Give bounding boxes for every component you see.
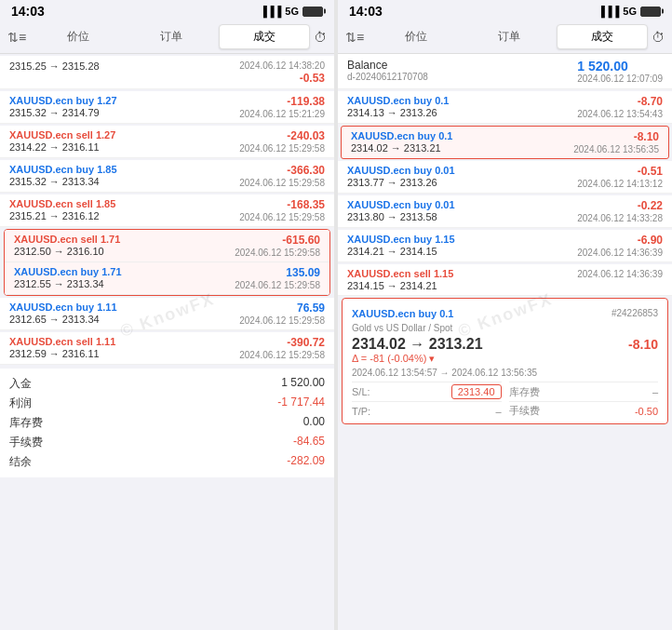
detail-trade-id: #24226853	[612, 308, 658, 318]
trade-symbol-3: XAUUSD.ecn buy 1.85	[9, 164, 239, 175]
trade-symbol-6: XAUUSD.ecn buy 1.71	[14, 266, 235, 277]
trade-item-6[interactable]: XAUUSD.ecn buy 1.71 2312.55 → 2313.34 13…	[5, 262, 329, 295]
trade-price-2: 2314.22 → 2316.11	[9, 141, 239, 153]
right-trade-symbol-1: XAUUSD.ecn buy 0.1	[351, 130, 573, 141]
trade-item-8[interactable]: XAUUSD.ecn sell 1.11 2312.59 → 2316.11 -…	[0, 332, 334, 365]
trade-pnl-5: -615.60	[235, 234, 320, 247]
trade-item-0[interactable]: 2315.25 → 2315.28 2024.06.12 14:38:20 -0…	[0, 56, 334, 89]
trade-pnl-0: -0.53	[300, 72, 325, 85]
right-network-type: 5G	[623, 6, 637, 17]
trade-datetime-1: 2024.06.12 15:21:29	[239, 109, 325, 119]
right-trade-item-5[interactable]: XAUUSD.ecn sell 1.15 2314.15 → 2314.21 2…	[338, 264, 672, 296]
detail-fee-field: 手续费 -0.50	[509, 401, 659, 418]
detail-storage-label: 库存费	[509, 385, 540, 399]
summary-label-4: 结余	[9, 454, 32, 470]
detail-delta: Δ = -81 (-0.04%) ▾	[352, 353, 658, 365]
balance-account-id: d-20240612170708	[347, 72, 428, 82]
trade-pnl-1: -119.38	[239, 95, 325, 108]
right-trade-item-1[interactable]: XAUUSD.ecn buy 0.1 2314.02 → 2313.21 -8.…	[341, 126, 669, 159]
detail-fields: S/L: 2313.40 库存费 – T/P: – 手续费 -0.50	[352, 382, 658, 418]
left-tab-dingdan[interactable]: 订单	[127, 25, 216, 48]
right-trade-symbol-2: XAUUSD.ecn buy 0.01	[347, 165, 577, 176]
trade-price-5: 2312.50 → 2316.10	[14, 246, 235, 257]
trade-pnl-6: 135.09	[235, 266, 320, 279]
left-sort-icon[interactable]: ⇅≡	[7, 30, 26, 45]
trade-pnl-7: 76.59	[239, 302, 325, 315]
summary-val-2: 0.00	[303, 415, 325, 431]
detail-prices-row: 2314.02 → 2313.21 -8.10	[352, 336, 658, 353]
balance-datetime: 2024.06.12 12:07:09	[577, 74, 663, 84]
trade-symbol-5: XAUUSD.ecn sell 1.71	[14, 234, 235, 245]
trade-symbol-4: XAUUSD.ecn sell 1.85	[9, 198, 239, 209]
right-trade-datetime-0: 2024.06.12 13:54:43	[577, 109, 663, 119]
summary-row-4: 结余 -282.09	[9, 452, 325, 472]
summary-val-4: -282.09	[287, 454, 325, 470]
summary-row-3: 手续费 -84.65	[9, 433, 325, 452]
summary-label-3: 手续费	[9, 435, 43, 450]
left-clock-icon[interactable]: ⏱	[314, 30, 327, 45]
right-trade-pnl-1: -8.10	[573, 130, 659, 143]
detail-time-row: 2024.06.12 13:54:57 → 2024.06.12 13:56:3…	[352, 368, 658, 378]
trade-item-2[interactable]: XAUUSD.ecn sell 1.27 2314.22 → 2316.11 -…	[0, 126, 334, 158]
trade-datetime-6: 2024.06.12 15:29:58	[235, 280, 320, 290]
trade-symbol-7: XAUUSD.ecn buy 1.11	[9, 302, 239, 313]
right-tab-chengjiao[interactable]: 成交	[557, 24, 648, 49]
detail-tp-value: –	[495, 406, 501, 417]
detail-tp-label: T/P:	[352, 406, 370, 417]
right-tab-jiwei[interactable]: 价位	[371, 25, 461, 48]
right-clock-icon[interactable]: ⏱	[652, 30, 665, 45]
left-tab-chengjiao[interactable]: 成交	[219, 24, 310, 49]
right-sort-icon[interactable]: ⇅≡	[345, 30, 364, 45]
left-summary: 入金 1 520.00 利润 -1 717.44 库存费 0.00 手续费 -8…	[0, 369, 334, 477]
right-trade-item-4[interactable]: XAUUSD.ecn buy 1.15 2314.21 → 2314.15 -6…	[338, 230, 672, 262]
summary-label-2: 库存费	[9, 415, 43, 431]
detail-price-arrow: 2314.02 → 2313.21	[352, 336, 483, 353]
right-trade-symbol-0: XAUUSD.ecn buy 0.1	[347, 95, 577, 106]
right-trade-datetime-3: 2024.06.12 14:33:28	[577, 213, 663, 223]
trade-item-4[interactable]: XAUUSD.ecn sell 1.85 2315.21 → 2316.12 -…	[0, 194, 334, 227]
right-trade-item-2[interactable]: XAUUSD.ecn buy 0.01 2313.77 → 2313.26 -0…	[338, 161, 672, 194]
trade-price-8: 2312.59 → 2316.11	[9, 348, 239, 359]
trade-datetime-4: 2024.06.12 15:29:58	[239, 212, 325, 222]
trade-item-5[interactable]: XAUUSD.ecn sell 1.71 2312.50 → 2316.10 -…	[5, 230, 329, 262]
detail-symbol: XAUUSD.ecn buy 0.1	[352, 308, 453, 319]
summary-row-1: 利润 -1 717.44	[9, 394, 325, 413]
detail-subtitle: Gold vs US Dollar / Spot	[352, 323, 658, 333]
right-trade-pnl-0: -8.70	[577, 95, 663, 108]
right-tab-bar: ⇅≡ 价位 订单 成交 ⏱	[338, 20, 672, 54]
trade-price-1: 2315.32 → 2314.79	[9, 107, 239, 118]
trade-item-3[interactable]: XAUUSD.ecn buy 1.85 2315.32 → 2313.34 -3…	[0, 160, 334, 193]
right-signal-bars-icon: ▐▐▐	[598, 6, 619, 17]
right-content-area: Balance d-20240612170708 1 520.00 2024.0…	[338, 54, 672, 630]
right-trade-datetime-5: 2024.06.12 14:36:39	[577, 269, 663, 279]
detail-storage-value: –	[652, 386, 658, 397]
trade-item-7[interactable]: XAUUSD.ecn buy 1.11 2312.65 → 2313.34 76…	[0, 298, 334, 330]
network-type: 5G	[285, 6, 299, 17]
right-status-bar: 14:03 ▐▐▐ 5G	[338, 0, 672, 20]
left-tab-jiwei[interactable]: 价位	[34, 25, 123, 48]
detail-pnl: -8.10	[628, 337, 658, 352]
detail-storage-field: 库存费 –	[509, 382, 659, 399]
balance-value: 1 520.00	[577, 59, 663, 74]
right-trade-price-3: 2313.80 → 2313.58	[347, 211, 577, 222]
right-trade-item-0[interactable]: XAUUSD.ecn buy 0.1 2314.13 → 2313.26 -8.…	[338, 91, 672, 124]
trade-symbol-1: XAUUSD.ecn buy 1.27	[9, 95, 239, 106]
right-status-icons: ▐▐▐ 5G	[598, 6, 661, 17]
trade-item-1[interactable]: XAUUSD.ecn buy 1.27 2315.32 → 2314.79 -1…	[0, 91, 334, 124]
balance-label: Balance	[347, 59, 428, 72]
right-trade-datetime-2: 2024.06.12 14:13:12	[577, 179, 663, 189]
detail-fee-label: 手续费	[509, 404, 540, 418]
right-trade-pnl-2: -0.51	[577, 165, 663, 178]
right-trade-item-3[interactable]: XAUUSD.ecn buy 0.01 2313.80 → 2313.58 -0…	[338, 195, 672, 228]
balance-row: Balance d-20240612170708 1 520.00 2024.0…	[338, 54, 672, 89]
trade-pnl-8: -390.72	[239, 336, 325, 349]
trade-price-7: 2312.65 → 2313.34	[9, 314, 239, 325]
right-trade-price-0: 2314.13 → 2313.26	[347, 107, 577, 118]
right-tab-dingdan[interactable]: 订单	[464, 25, 554, 48]
summary-label-1: 利润	[9, 395, 32, 411]
left-time: 14:03	[11, 4, 45, 19]
battery-icon	[302, 7, 323, 17]
right-trade-price-4: 2314.21 → 2314.15	[347, 246, 577, 257]
right-trade-datetime-4: 2024.06.12 14:36:39	[577, 248, 663, 258]
trade-price-0: 2315.25 → 2315.28	[9, 60, 239, 72]
